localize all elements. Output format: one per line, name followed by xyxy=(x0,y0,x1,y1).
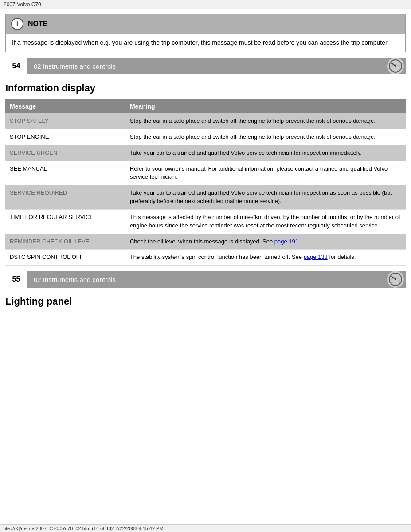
page-bar-55: 55 02 Instruments and controls 0 200 xyxy=(5,271,406,288)
title-bar: 2007 Volvo C70 xyxy=(0,0,411,9)
page-chapter-55: 02 Instruments and controls xyxy=(27,276,385,283)
table-cell-meaning: This message is affected by the number o… xyxy=(125,209,406,234)
info-icon: i xyxy=(11,18,23,30)
window-title: 2007 Volvo C70 xyxy=(4,1,41,8)
table-cell-meaning: Refer to your owner's manual. For additi… xyxy=(125,161,406,185)
table-row: STOP ENGINEStop the car in a safe place … xyxy=(5,129,406,145)
speedometer-svg-2: 0 200 xyxy=(388,272,403,286)
table-link[interactable]: page 138 xyxy=(304,254,328,260)
table-cell-message: STOP ENGINE xyxy=(5,129,125,145)
table-cell-meaning: Check the oil level when this message is… xyxy=(125,234,406,250)
table-cell-meaning: Take your car to a trained and qualified… xyxy=(125,185,406,210)
table-row: SEE MANUALRefer to your owner's manual. … xyxy=(5,161,406,185)
page-bar-54: 54 02 Instruments and controls 0 200 xyxy=(5,58,406,74)
section-title-info-display: Information display xyxy=(5,82,406,94)
table-row: SERVICE URGENTTake your car to a trained… xyxy=(5,145,406,161)
table-cell-message: SERVICE REQUIRED xyxy=(5,185,125,210)
svg-text:0: 0 xyxy=(391,68,393,70)
table-header-meaning: Meaning xyxy=(125,99,406,113)
page-chapter-54: 02 Instruments and controls xyxy=(27,63,385,70)
table-cell-meaning: Stop the car in a safe place and switch … xyxy=(125,129,406,145)
note-title: NOTE xyxy=(28,20,47,28)
speedometer-icon-54: 0 200 xyxy=(387,58,404,74)
info-table: Message Meaning STOP SAFELYStop the car … xyxy=(5,99,406,266)
table-cell-meaning: The stability system's spin control func… xyxy=(125,250,406,266)
note-box: i NOTE If a message is displayed when e.… xyxy=(5,14,406,52)
note-text: If a message is displayed when e.g. you … xyxy=(12,39,388,46)
table-row: DSTC SPIN CONTROL OFFThe stability syste… xyxy=(5,250,406,266)
table-cell-meaning: Stop the car in a safe place and switch … xyxy=(125,113,406,129)
svg-text:200: 200 xyxy=(399,282,402,284)
table-row: STOP SAFELYStop the car in a safe place … xyxy=(5,113,406,129)
speedometer-icon-55: 0 200 xyxy=(387,271,404,288)
table-cell-message: SEE MANUAL xyxy=(5,161,125,185)
table-header-message: Message xyxy=(5,99,125,113)
svg-text:0: 0 xyxy=(391,282,393,284)
table-row: REMINDER CHECK OIL LEVELCheck the oil le… xyxy=(5,234,406,250)
table-row: SERVICE REQUIREDTake your car to a train… xyxy=(5,185,406,210)
table-link[interactable]: page 191 xyxy=(274,238,298,245)
table-row: TIME FOR REGULAR SERVICEThis message is … xyxy=(5,209,406,234)
table-cell-meaning: Take your car to a trained and qualified… xyxy=(125,145,406,161)
svg-text:200: 200 xyxy=(399,68,402,70)
table-cell-message: STOP SAFELY xyxy=(5,113,125,129)
section-title-lighting: Lighting panel xyxy=(5,296,406,307)
note-body: If a message is displayed when e.g. you … xyxy=(6,34,405,52)
svg-point-1 xyxy=(395,65,396,67)
page-number-55: 55 xyxy=(5,271,27,288)
table-cell-message: DSTC SPIN CONTROL OFF xyxy=(5,250,125,266)
table-cell-message: SERVICE URGENT xyxy=(5,145,125,161)
note-header: i NOTE xyxy=(6,14,405,34)
table-cell-message: REMINDER CHECK OIL LEVEL xyxy=(5,234,125,250)
speedometer-svg: 0 200 xyxy=(388,59,403,73)
table-cell-message: TIME FOR REGULAR SERVICE xyxy=(5,209,125,234)
page-number-54: 54 xyxy=(5,58,27,74)
svg-point-5 xyxy=(395,278,396,280)
